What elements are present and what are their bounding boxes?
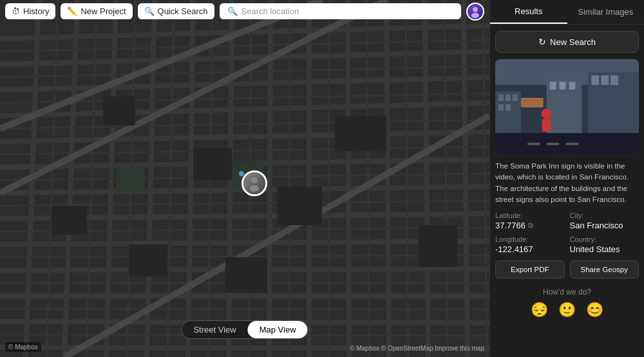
svg-rect-78 xyxy=(560,82,566,89)
new-project-button[interactable]: ✏️ New Project xyxy=(61,3,132,19)
search-icon: 🔍 xyxy=(144,6,155,16)
svg-rect-79 xyxy=(569,82,575,89)
svg-rect-82 xyxy=(601,75,609,85)
latitude-label: Latitude: xyxy=(495,212,565,219)
map-view-button[interactable]: Map View xyxy=(248,321,308,338)
new-project-label: New Project xyxy=(80,6,126,16)
rating-neutral-button[interactable]: 🙂 xyxy=(558,302,576,318)
svg-rect-53 xyxy=(193,148,232,180)
location-description: The Soma Park Inn sign is visible in the… xyxy=(495,161,639,205)
tab-similar-images[interactable]: Similar Images xyxy=(567,0,645,24)
new-search-button[interactable]: ↻ New Search xyxy=(495,31,639,53)
search-location-placeholder: Search location xyxy=(242,6,299,16)
rating-label: How'd we do? xyxy=(543,288,591,297)
street-view-button[interactable]: Street View xyxy=(182,321,247,338)
mapbox-credit: © Mapbox xyxy=(5,342,41,352)
svg-rect-54 xyxy=(103,96,135,125)
rating-happy-button[interactable]: 😊 xyxy=(586,302,603,318)
latitude-value: 37.7766 ⧉ xyxy=(495,221,565,230)
new-search-label: New Search xyxy=(550,37,596,47)
coordinates-grid: Latitude: 37.7766 ⧉ City: San Francisco … xyxy=(495,212,639,254)
svg-line-36 xyxy=(0,309,489,309)
map-attribution: © Mapbox © OpenStreetMap Improve this ma… xyxy=(350,345,484,352)
svg-rect-57 xyxy=(419,225,457,267)
map-pin-avatar xyxy=(243,172,265,194)
svg-rect-75 xyxy=(506,104,511,111)
svg-rect-55 xyxy=(277,187,322,225)
svg-point-88 xyxy=(542,109,552,119)
user-avatar[interactable] xyxy=(466,3,484,21)
svg-line-9 xyxy=(0,241,489,244)
city-value: San Francisco xyxy=(570,221,639,230)
svg-rect-62 xyxy=(116,167,145,192)
svg-rect-74 xyxy=(498,104,504,111)
image-inner xyxy=(495,59,639,156)
svg-line-20 xyxy=(269,0,270,357)
country-label: Country: xyxy=(570,235,639,243)
search-location-input[interactable]: 🔍 Search location xyxy=(220,3,461,19)
svg-line-23 xyxy=(386,0,389,357)
export-pdf-button[interactable]: Export PDF xyxy=(495,261,565,279)
pencil-icon: ✏️ xyxy=(67,6,77,16)
copy-latitude-icon[interactable]: ⧉ xyxy=(528,221,533,230)
street-scene-svg xyxy=(495,59,639,156)
topbar: ⏱ History ✏️ New Project 🔍 Quick Search … xyxy=(0,0,489,23)
svg-rect-73 xyxy=(513,95,518,101)
quick-search-button[interactable]: 🔍 Quick Search xyxy=(138,3,214,19)
svg-point-64 xyxy=(251,177,258,183)
svg-rect-56 xyxy=(335,116,386,151)
rating-section: How'd we do? 😔 🙂 😊 xyxy=(490,288,644,318)
longitude-value: -122.4167 xyxy=(495,244,565,254)
city-item: City: San Francisco xyxy=(570,212,639,230)
svg-rect-59 xyxy=(129,244,167,277)
svg-line-22 xyxy=(348,0,349,357)
svg-rect-83 xyxy=(611,75,618,85)
action-buttons: Export PDF Share Geospy xyxy=(495,261,639,279)
country-value: United States xyxy=(570,244,639,254)
svg-rect-72 xyxy=(506,95,511,101)
location-image-preview xyxy=(495,59,639,156)
svg-rect-60 xyxy=(225,257,267,293)
svg-rect-81 xyxy=(591,75,599,85)
svg-point-67 xyxy=(471,13,479,18)
svg-rect-87 xyxy=(566,143,579,145)
panel-tabs: Results Similar Images xyxy=(490,0,644,24)
svg-rect-86 xyxy=(547,143,560,145)
history-label: History xyxy=(23,6,49,16)
svg-rect-89 xyxy=(542,119,551,132)
view-toggle: Street View Map View xyxy=(181,320,308,339)
map-location-pin[interactable] xyxy=(242,170,267,196)
quick-search-label: Quick Search xyxy=(158,6,208,16)
clock-icon: ⏱ xyxy=(12,6,20,16)
tab-results[interactable]: Results xyxy=(490,0,567,24)
latitude-number: 37.7766 xyxy=(495,221,526,230)
svg-rect-91 xyxy=(521,98,544,107)
svg-point-66 xyxy=(473,7,478,12)
rating-sad-button[interactable]: 😔 xyxy=(531,302,548,318)
svg-point-65 xyxy=(250,185,259,192)
search-icon-location: 🔍 xyxy=(227,6,238,16)
longitude-number: -122.4167 xyxy=(495,244,533,254)
latitude-item: Latitude: 37.7766 ⧉ xyxy=(495,212,565,230)
longitude-label: Longitude: xyxy=(495,235,565,243)
svg-rect-58 xyxy=(52,206,87,235)
svg-line-24 xyxy=(425,0,428,357)
history-button[interactable]: ⏱ History xyxy=(5,3,55,19)
svg-line-45 xyxy=(328,0,329,357)
country-item: Country: United States xyxy=(570,235,639,254)
map-container[interactable]: Street View Map View © Mapbox © Mapbox ©… xyxy=(0,0,489,357)
svg-line-44 xyxy=(289,0,290,357)
svg-rect-85 xyxy=(527,143,540,145)
rating-emojis: 😔 🙂 😊 xyxy=(531,302,603,318)
refresh-icon: ↻ xyxy=(538,37,546,47)
results-panel: Results Similar Images ↻ New Search xyxy=(489,0,644,357)
city-label: City: xyxy=(570,212,639,219)
svg-rect-71 xyxy=(498,95,504,101)
share-geospy-button[interactable]: Share Geospy xyxy=(570,261,639,279)
longitude-item: Longitude: -122.4167 xyxy=(495,235,565,254)
svg-rect-77 xyxy=(550,82,556,89)
